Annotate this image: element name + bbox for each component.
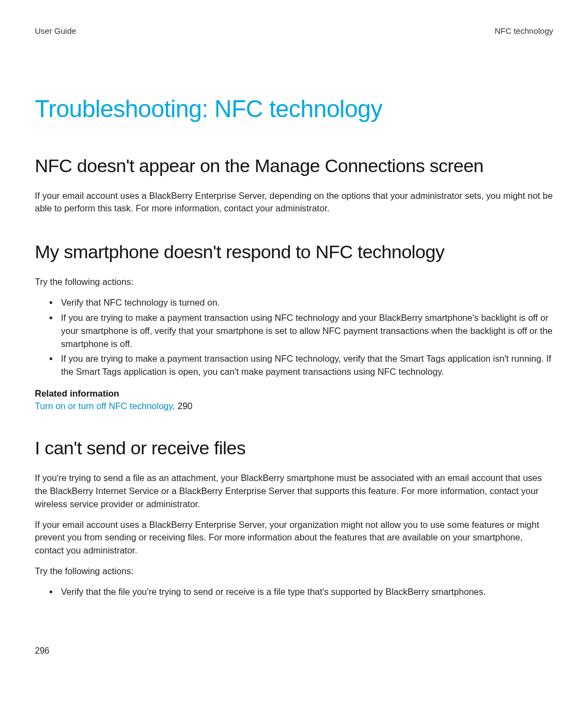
related-info-heading: Related information (35, 388, 553, 399)
bullet-list: Verify that the file you're trying to se… (35, 586, 553, 599)
section-heading-nfc-not-appear: NFC doesn't appear on the Manage Connect… (35, 154, 553, 178)
related-link[interactable]: Turn on or turn off NFC technology, (35, 401, 177, 411)
section-heading-no-response: My smartphone doesn't respond to NFC tec… (35, 240, 553, 264)
related-info-line: Turn on or turn off NFC technology, 290 (35, 401, 553, 411)
body-paragraph: Try the following actions: (35, 565, 553, 578)
list-item: If you are trying to make a payment tran… (59, 312, 553, 351)
body-paragraph: If you're trying to send a file as an at… (35, 472, 553, 511)
list-item: Verify that NFC technology is turned on. (59, 296, 553, 309)
body-paragraph: If your email account uses a BlackBerry … (35, 190, 553, 216)
page-title: Troubleshooting: NFC technology (35, 95, 553, 123)
page-header: User Guide NFC technology (35, 26, 553, 35)
list-item: Verify that the file you're trying to se… (59, 586, 553, 599)
related-page-ref: 290 (177, 401, 193, 411)
header-right: NFC technology (494, 26, 553, 35)
document-page: User Guide NFC technology Troubleshootin… (0, 0, 588, 706)
bullet-list: Verify that NFC technology is turned on.… (35, 296, 553, 379)
body-paragraph: Try the following actions: (35, 276, 553, 289)
page-number: 296 (35, 646, 50, 656)
list-item: If you are trying to make a payment tran… (59, 352, 553, 379)
section-heading-cant-send-receive: I can't send or receive files (35, 436, 553, 460)
body-paragraph: If your email account uses a BlackBerry … (35, 519, 553, 558)
header-left: User Guide (35, 26, 76, 35)
